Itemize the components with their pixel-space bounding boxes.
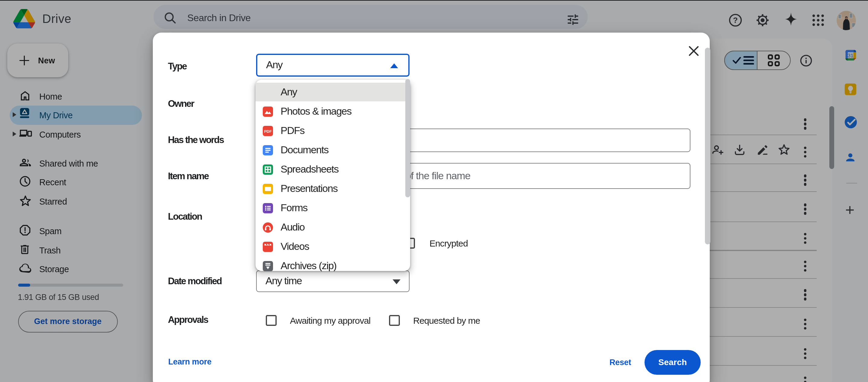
svg-text:PDF: PDF — [264, 129, 272, 133]
